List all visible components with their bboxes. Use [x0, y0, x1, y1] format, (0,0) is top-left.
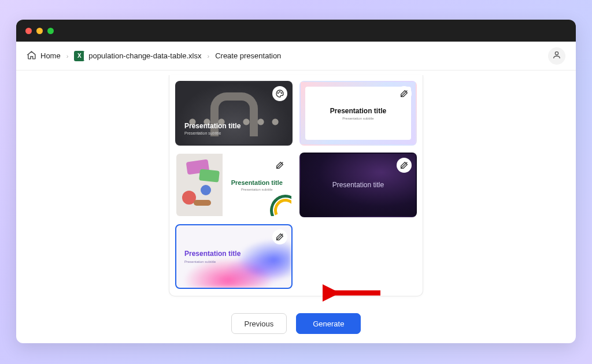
template-title: Presentation title [184, 250, 291, 258]
template-subtitle: Presentation subtitle [342, 117, 373, 120]
template-panel: Presentation title Presentation subtitle… [169, 75, 423, 296]
breadcrumb-file-label: population-change-data-table.xlsx [88, 51, 201, 60]
footer-actions: Previous Generate [16, 305, 576, 343]
no-edit-icon [272, 229, 287, 244]
template-card[interactable]: Presentation title [299, 153, 417, 217]
excel-file-icon: X [74, 51, 84, 61]
breadcrumb-file[interactable]: X population-change-data-table.xlsx [74, 51, 201, 61]
breadcrumb: Home › X population-change-data-table.xl… [16, 42, 576, 70]
template-card-selected[interactable]: Presentation title Presentation subtitle [175, 224, 293, 289]
breadcrumb-home[interactable]: Home [27, 50, 61, 62]
chevron-right-icon: › [208, 53, 210, 60]
template-title: Presentation title [184, 122, 240, 130]
breadcrumb-home-label: Home [40, 51, 61, 60]
template-title: Presentation title [330, 107, 386, 115]
minimize-window-dot[interactable] [36, 28, 43, 34]
svg-point-0 [555, 52, 558, 55]
close-window-dot[interactable] [25, 28, 32, 34]
template-subtitle: Presentation subtitle [241, 188, 272, 191]
template-title: Presentation title [332, 181, 384, 189]
template-card[interactable]: Presentation title Presentation subtitle [175, 153, 293, 217]
breadcrumb-current-label: Create presentation [215, 51, 281, 60]
template-subtitle: Presentation subtitle [184, 260, 291, 263]
window-titlebar [16, 20, 576, 42]
breadcrumb-current: Create presentation [215, 51, 281, 60]
user-icon [552, 50, 561, 61]
user-avatar-button[interactable] [548, 47, 565, 65]
no-edit-icon [397, 86, 412, 101]
template-card[interactable]: Presentation title Presentation subtitle [175, 81, 293, 146]
palette-icon [272, 86, 287, 101]
no-edit-icon [397, 158, 412, 173]
content-area: Presentation title Presentation subtitle… [16, 70, 576, 305]
home-icon [27, 50, 36, 62]
template-title: Presentation title [231, 179, 283, 186]
svg-point-1 [278, 92, 278, 93]
template-grid: Presentation title Presentation subtitle… [175, 81, 417, 289]
svg-point-2 [279, 91, 280, 92]
svg-point-3 [281, 92, 282, 93]
chevron-right-icon: › [66, 53, 69, 60]
previous-button[interactable]: Previous [231, 313, 287, 334]
app-window: Home › X population-change-data-table.xl… [16, 20, 576, 343]
maximize-window-dot[interactable] [47, 28, 54, 34]
generate-button[interactable]: Generate [296, 313, 361, 334]
template-card[interactable]: Presentation title Presentation subtitle [299, 81, 417, 146]
template-subtitle: Presentation subtitle [184, 131, 240, 135]
